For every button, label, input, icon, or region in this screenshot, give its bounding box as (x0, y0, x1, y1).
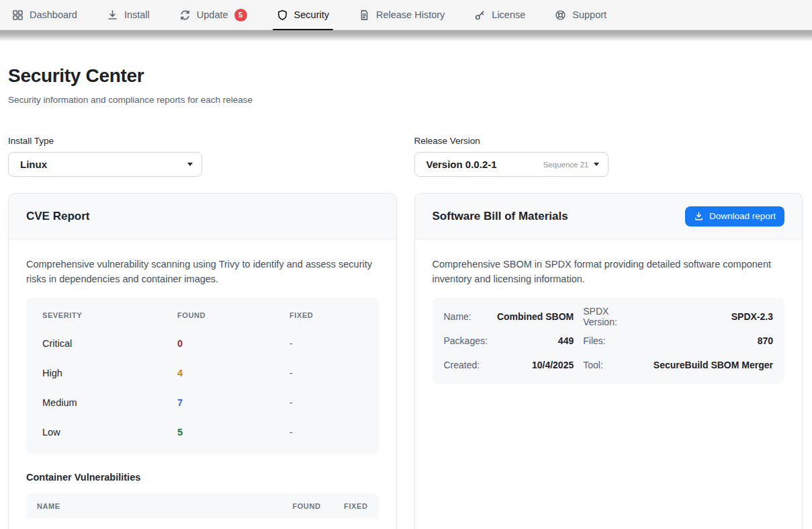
detail-label: Files: (583, 329, 644, 353)
tab-label: Support (572, 9, 606, 20)
detail-label: Created: (444, 353, 488, 377)
release-version-filter: Release Version Version 0.0.2-1 Sequence… (414, 136, 803, 177)
tab-install[interactable]: Install (107, 0, 150, 30)
lifebuoy-icon (555, 9, 566, 21)
cve-card-body: Comprehensive vulnerability scanning usi… (9, 239, 396, 529)
cve-card-title: CVE Report (26, 210, 89, 223)
sbom-card: Software Bill of Materials Download repo… (414, 193, 803, 529)
install-type-filter: Install Type Linux (8, 136, 397, 177)
install-type-select[interactable]: Linux (8, 152, 202, 177)
severity-table: SEVERITY FOUND FIXED Critical 0 - High 4… (26, 298, 379, 454)
tab-license[interactable]: License (474, 0, 525, 30)
detail-label: Name: (444, 304, 488, 329)
found-count: 0 (177, 338, 289, 349)
document-icon (359, 9, 370, 21)
page-title: Security Center (8, 65, 803, 87)
col-name: NAME (37, 502, 262, 510)
download-report-button[interactable]: Download report (685, 206, 784, 227)
table-row-low: Low 5 - (42, 417, 363, 447)
download-icon (694, 211, 704, 221)
col-found: FOUND (262, 502, 321, 510)
download-report-label: Download report (709, 211, 776, 221)
detail-label: Packages: (444, 329, 488, 353)
tab-label: License (492, 9, 525, 20)
tab-label: Security (294, 9, 329, 20)
detail-value: 449 (497, 329, 574, 353)
col-found: FOUND (177, 311, 289, 319)
release-version-value: Version 0.0.2-1 (426, 159, 543, 170)
cve-report-card: CVE Report Comprehensive vulnerability s… (8, 193, 397, 529)
table-row-high: High 4 - (42, 358, 363, 388)
tab-label: Dashboard (30, 9, 77, 20)
fixed-count: - (289, 397, 363, 408)
install-type-value: Linux (20, 159, 187, 170)
scroll-shadow (0, 30, 812, 42)
chevron-down-icon (187, 163, 193, 166)
col-fixed: FIXED (321, 502, 368, 510)
security-center-page: Security Center Security information and… (0, 42, 812, 529)
found-count: 7 (177, 397, 289, 408)
refresh-icon (179, 9, 191, 21)
filters-row: Install Type Linux Release Version Versi… (8, 136, 803, 177)
install-type-label: Install Type (8, 136, 397, 146)
tab-label: Release History (376, 9, 445, 20)
chevron-down-icon (594, 163, 599, 166)
found-count: 4 (177, 368, 289, 378)
page-subtitle: Security information and compliance repo… (8, 95, 803, 105)
detail-value: SecureBuild SBOM Merger (653, 353, 773, 377)
detail-value: 870 (653, 329, 773, 353)
detail-label: SPDX Version: (583, 304, 644, 329)
tab-label: Install (124, 9, 150, 20)
detail-value: SPDX-2.3 (653, 304, 773, 329)
update-count-badge: 5 (234, 9, 247, 22)
release-version-select[interactable]: Version 0.0.2-1 Sequence 21 (414, 152, 608, 177)
tab-security[interactable]: Security (277, 0, 329, 30)
col-severity: SEVERITY (42, 311, 177, 319)
tab-label: Update (197, 9, 228, 20)
top-nav: Dashboard Install Update 5 Security Rele… (0, 0, 812, 30)
tab-dashboard[interactable]: Dashboard (12, 0, 77, 30)
sequence-badge: Sequence 21 (543, 161, 589, 169)
tab-update[interactable]: Update 5 (179, 0, 247, 30)
detail-value: Combined SBOM (497, 304, 574, 329)
report-cards: CVE Report Comprehensive vulnerability s… (8, 193, 803, 529)
severity-label: High (42, 368, 177, 378)
table-row-critical: Critical 0 - (42, 329, 363, 358)
detail-label: Tool: (583, 353, 644, 377)
shield-icon (277, 9, 288, 21)
severity-table-header: SEVERITY FOUND FIXED (42, 302, 363, 329)
fixed-count: - (289, 427, 363, 438)
severity-label: Medium (42, 397, 177, 408)
release-version-label: Release Version (414, 136, 803, 146)
sbom-card-header: Software Bill of Materials Download repo… (415, 194, 803, 239)
container-vulnerabilities-title: Container Vulnerabilities (26, 472, 379, 483)
fixed-count: - (289, 368, 363, 378)
tab-release-history[interactable]: Release History (359, 0, 445, 30)
container-table-header: NAME FOUND FIXED (26, 493, 379, 519)
cve-card-header: CVE Report (9, 194, 396, 239)
fixed-count: - (289, 338, 363, 349)
key-icon (474, 9, 486, 21)
detail-value: 10/4/2025 (497, 353, 574, 377)
found-count: 5 (177, 427, 289, 438)
sbom-details-table: Name: Combined SBOM SPDX Version: SPDX-2… (433, 298, 785, 384)
col-fixed: FIXED (289, 311, 363, 319)
sbom-description: Comprehensive SBOM in SPDX format provid… (433, 257, 785, 286)
cve-description: Comprehensive vulnerability scanning usi… (26, 257, 379, 286)
table-row-medium: Medium 7 - (42, 388, 363, 417)
dashboard-grid-icon (12, 9, 24, 21)
tab-support[interactable]: Support (555, 0, 606, 30)
severity-label: Critical (42, 338, 177, 349)
download-icon (107, 9, 118, 21)
sbom-card-title: Software Bill of Materials (433, 210, 568, 223)
sbom-card-body: Comprehensive SBOM in SPDX format provid… (415, 239, 803, 404)
severity-label: Low (42, 427, 177, 438)
